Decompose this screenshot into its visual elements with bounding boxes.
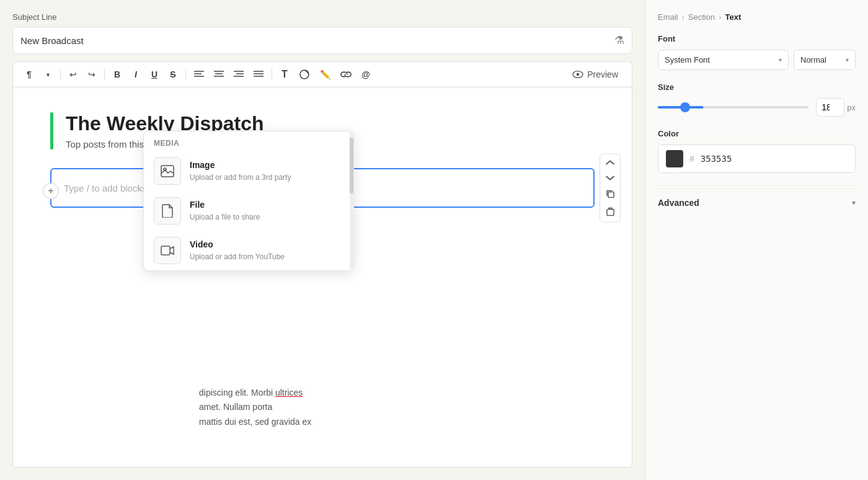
- advanced-row[interactable]: Advanced ▾: [658, 189, 856, 216]
- font-style-chevron: ▾: [846, 56, 849, 63]
- size-slider-wrap: [658, 106, 808, 109]
- subject-bar: ⚗: [12, 27, 632, 54]
- dropdown-scrollbar-track: [350, 131, 353, 270]
- canvas: The Weekly Dispatch Top posts from this …: [12, 87, 632, 468]
- toolbar-sep-2: [104, 68, 105, 81]
- toolbar-sep-3: [185, 68, 186, 81]
- video-icon: [154, 237, 181, 264]
- font-family-chevron: ▾: [779, 56, 782, 63]
- duplicate-btn[interactable]: [603, 187, 618, 202]
- block-actions: [600, 154, 621, 223]
- font-row: System Font ▾ Normal ▾: [658, 50, 856, 70]
- px-label: px: [847, 103, 856, 112]
- toolbar: ¶ ▾ ↩ ↪ B I U S T ✏️ @: [12, 61, 632, 87]
- svg-rect-16: [607, 210, 614, 216]
- svg-rect-22: [161, 246, 170, 255]
- move-up-btn[interactable]: [603, 157, 618, 169]
- size-input-wrap: px: [816, 98, 856, 117]
- add-inline-btn[interactable]: +: [43, 183, 59, 199]
- dropdown-item-file[interactable]: File Upload a file to share: [144, 191, 353, 231]
- align-center-btn[interactable]: [210, 66, 228, 83]
- advanced-chevron: ▾: [852, 198, 856, 207]
- bg-text-line3: mattis dui est, sed gravida ex: [199, 415, 311, 430]
- font-label: Font: [658, 34, 856, 43]
- size-label: Size: [658, 82, 856, 92]
- panel-divider: [658, 185, 856, 186]
- align-justify-btn[interactable]: [249, 66, 268, 83]
- preview-btn[interactable]: Preview: [566, 66, 624, 82]
- move-down-btn[interactable]: [603, 172, 618, 184]
- dropdown-scroll[interactable]: Media Image Upload or add from a 3rd par…: [144, 131, 353, 270]
- dropdown-item-video-text: Video Upload or add from YouTube: [190, 239, 285, 262]
- breadcrumb-current: Text: [725, 12, 742, 22]
- underline-btn[interactable]: U: [146, 66, 163, 83]
- align-right-btn[interactable]: [229, 66, 248, 83]
- dropdown-item-image[interactable]: Image Upload or add from a 3rd party: [144, 151, 353, 191]
- dropdown-scrollbar-thumb: [350, 138, 353, 193]
- align-left-btn[interactable]: [190, 66, 208, 83]
- advanced-label: Advanced: [658, 198, 699, 208]
- font-family-value: System Font: [665, 55, 710, 64]
- font-style-value: Normal: [800, 55, 826, 64]
- file-icon: [154, 197, 181, 224]
- image-icon: [154, 158, 181, 185]
- bg-text-line2: amet. Nullam porta: [199, 400, 311, 415]
- color-picker-btn[interactable]: ✏️: [316, 66, 335, 83]
- editor-area: Subject Line ⚗ ¶ ▾ ↩ ↪ B I U S T: [0, 0, 645, 480]
- size-section: Size px: [658, 82, 856, 117]
- bg-text-line1: dipiscing elit. Morbi ultrices: [199, 388, 303, 398]
- hash-symbol: #: [689, 154, 694, 164]
- subject-label: Subject Line: [12, 12, 632, 22]
- redo-btn[interactable]: ↪: [83, 66, 100, 83]
- dropdown-section-label: Media: [144, 131, 353, 151]
- breadcrumb: Email › Section › Text: [658, 12, 856, 22]
- subject-input[interactable]: [20, 35, 614, 46]
- breadcrumb-sep-2: ›: [719, 12, 721, 22]
- size-row: px: [658, 98, 856, 117]
- fill-btn[interactable]: [294, 66, 314, 83]
- undo-btn[interactable]: ↩: [64, 66, 82, 83]
- color-label: Color: [658, 129, 856, 138]
- paragraph-btn[interactable]: ¶: [20, 66, 38, 83]
- color-swatch[interactable]: [666, 150, 683, 167]
- italic-btn[interactable]: I: [127, 66, 144, 83]
- color-hex-input[interactable]: [701, 154, 812, 164]
- insert-block-dropdown: Media Image Upload or add from a 3rd par…: [143, 131, 354, 271]
- toolbar-sep-1: [60, 68, 61, 81]
- link-btn[interactable]: [336, 66, 356, 83]
- toolbar-sep-4: [272, 68, 272, 81]
- color-section: Color #: [658, 129, 856, 173]
- flask-icon[interactable]: ⚗: [614, 33, 624, 47]
- breadcrumb-email[interactable]: Email: [658, 12, 678, 22]
- right-panel: Email › Section › Text Font System Font …: [645, 0, 868, 480]
- dropdown-item-image-text: Image Upload or add from a 3rd party: [190, 160, 291, 182]
- svg-rect-15: [608, 192, 614, 198]
- preview-label: Preview: [587, 69, 618, 79]
- block-placeholder: Type / to add blocks: [64, 183, 146, 193]
- font-section: Font System Font ▾ Normal ▾: [658, 34, 856, 70]
- strikethrough-btn[interactable]: S: [164, 66, 182, 83]
- font-style-select[interactable]: Normal ▾: [794, 50, 856, 70]
- para-dropdown-btn[interactable]: ▾: [39, 66, 56, 83]
- green-accent-bar: [50, 112, 53, 149]
- svg-point-14: [577, 73, 580, 76]
- font-family-select[interactable]: System Font ▾: [658, 50, 789, 70]
- breadcrumb-section[interactable]: Section: [688, 12, 715, 22]
- size-slider[interactable]: [658, 106, 808, 109]
- delete-btn[interactable]: [603, 204, 618, 220]
- text-size-btn[interactable]: T: [276, 66, 293, 83]
- bold-btn[interactable]: B: [108, 66, 126, 83]
- breadcrumb-sep-1: ›: [682, 12, 684, 22]
- size-number-input[interactable]: [816, 98, 844, 117]
- color-row[interactable]: #: [658, 144, 856, 173]
- dropdown-item-video[interactable]: Video Upload or add from YouTube: [144, 231, 353, 270]
- mention-btn[interactable]: @: [357, 66, 374, 83]
- dropdown-item-file-text: File Upload a file to share: [190, 200, 260, 222]
- background-text: dipiscing elit. Morbi ultrices amet. Nul…: [199, 386, 311, 430]
